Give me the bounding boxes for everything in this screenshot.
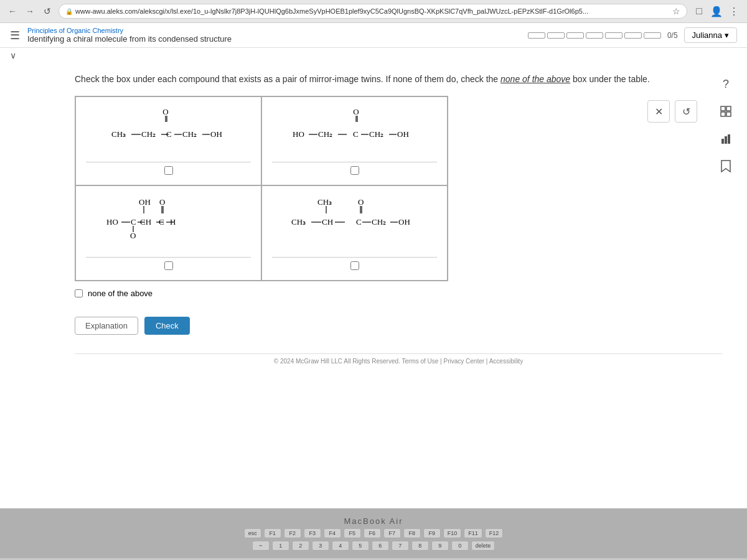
bookmark-star-icon[interactable]: ☆ [672,6,680,16]
key-f1[interactable]: F1 [264,528,281,538]
key-9[interactable]: 9 [431,541,449,551]
molecule-cell-2: O HO CH₂ C CH₂ OH [261,96,448,185]
molecule-4-drawing: CH₃ O CH₃ CH C CH₂ OH [286,196,423,252]
lesson-title: Identifying a chiral molecule from its c… [27,34,528,44]
svg-text:CH₂: CH₂ [369,129,383,139]
key-esc[interactable]: esc [244,528,261,538]
question-area: Check the box under each compound that e… [0,63,747,508]
molecule-4-checkbox[interactable] [350,261,359,270]
reload-button[interactable]: ↺ [41,5,54,17]
progress-seg-7 [644,32,661,39]
chevron-down-icon: ▾ [725,30,729,40]
molecule-3-svg: OH O HO C CH C [86,196,251,252]
keyboard-row-2: ~ 1 2 3 4 5 6 7 8 9 0 delete [252,541,496,551]
explanation-button[interactable]: Explanation [75,317,138,335]
svg-text:CH₂: CH₂ [141,129,156,139]
svg-text:C: C [131,217,136,226]
svg-text:CH: CH [322,217,333,226]
svg-text:H: H [170,217,176,226]
profile-button[interactable]: 👤 [710,4,723,18]
collapse-button[interactable]: ∨ [10,50,16,60]
key-3[interactable]: 3 [312,541,329,551]
key-tilde[interactable]: ~ [252,541,270,551]
molecule-grid: O CH₃ CH₂ C CH₂ OH [75,96,448,281]
progress-seg-5 [605,32,622,39]
molecule-cell-4: CH₃ O CH₃ CH C CH₂ OH [261,185,448,281]
svg-rect-60 [728,134,730,144]
svg-text:CH₃: CH₃ [291,217,306,226]
top-bar: ☰ Principles of Organic Chemistry Identi… [0,23,747,48]
key-6[interactable]: 6 [372,541,389,551]
svg-rect-56 [721,112,725,116]
svg-text:OH: OH [139,197,151,207]
progress-seg-6 [624,32,642,39]
svg-text:HO: HO [106,217,118,226]
progress-seg-2 [547,32,565,39]
svg-text:OH: OH [398,217,410,226]
forward-button[interactable]: → [24,5,36,17]
chart-button[interactable] [717,130,735,147]
bookmark-button[interactable] [717,157,735,175]
svg-text:O: O [353,107,359,116]
svg-rect-55 [726,106,731,111]
key-f8[interactable]: F8 [403,528,421,538]
key-delete[interactable]: delete [471,541,496,551]
address-bar[interactable]: 🔒 www-awu.aleks.com/alekscgi/x/lsl.exe/1… [59,4,687,19]
key-7[interactable]: 7 [392,541,409,551]
action-buttons: Explanation Check [75,310,722,341]
svg-text:O: O [130,231,136,240]
key-2[interactable]: 2 [292,541,309,551]
macbook-bottom: MacBook Air esc F1 F2 F3 F4 F5 F6 F7 F8 … [0,508,747,558]
molecule-2-checkbox-row [272,162,437,175]
key-f10[interactable]: F10 [443,528,462,538]
bookmark-icon [720,159,731,173]
molecule-2-checkbox[interactable] [350,166,359,175]
right-sidebar: ? [717,75,735,175]
check-button[interactable]: Check [144,317,190,335]
more-button[interactable]: ⋮ [727,4,741,18]
key-f4[interactable]: F4 [324,528,341,538]
progress-seg-4 [586,32,603,39]
hamburger-button[interactable]: ☰ [10,29,20,42]
molecule-4-svg: CH₃ O CH₃ CH C CH₂ OH [272,196,437,252]
svg-text:C: C [356,217,362,226]
course-info: Principles of Organic Chemistry Identify… [27,27,528,44]
undo-button[interactable]: ↺ [675,100,697,123]
none-above-checkbox[interactable] [75,289,83,297]
molecule-4-checkbox-row [272,257,437,270]
molecule-1-checkbox-row [86,162,251,175]
help-button[interactable]: ? [717,75,735,93]
molecule-3-checkbox-row [86,257,251,270]
none-above-row: none of the above [75,289,722,298]
browser-actions: □ 👤 ⋮ [692,4,741,18]
molecule-3-checkbox[interactable] [164,261,173,270]
page-footer: © 2024 McGraw Hill LLC All Rights Reserv… [75,353,722,368]
key-f5[interactable]: F5 [344,528,361,538]
key-f3[interactable]: F3 [304,528,321,538]
key-f12[interactable]: F12 [485,528,504,538]
key-f6[interactable]: F6 [364,528,381,538]
progress-seg-1 [528,32,545,39]
key-f11[interactable]: F11 [464,528,482,538]
user-menu-button[interactable]: Julianna ▾ [684,27,737,43]
molecule-1-checkbox[interactable] [164,166,173,175]
back-button[interactable]: ← [6,5,19,17]
grid-button[interactable] [717,103,735,120]
extension-button[interactable]: □ [692,4,706,18]
svg-text:CH₂: CH₂ [372,217,386,226]
progress-bar [528,32,661,39]
key-f7[interactable]: F7 [383,528,401,538]
svg-text:CH₂: CH₂ [318,129,332,139]
key-1[interactable]: 1 [272,541,289,551]
key-5[interactable]: 5 [352,541,369,551]
key-0[interactable]: 0 [451,541,469,551]
key-4[interactable]: 4 [332,541,349,551]
x-button[interactable]: ✕ [647,100,670,123]
browser-chrome: ← → ↺ 🔒 www-awu.aleks.com/alekscgi/x/lsl… [0,0,747,23]
key-8[interactable]: 8 [411,541,429,551]
question-text: Check the box under each compound that e… [75,73,722,86]
keyboard-row: esc F1 F2 F3 F4 F5 F6 F7 F8 F9 F10 F11 F… [244,528,504,538]
key-f2[interactable]: F2 [284,528,301,538]
key-f9[interactable]: F9 [423,528,441,538]
question-controls: ✕ ↺ [647,100,697,123]
